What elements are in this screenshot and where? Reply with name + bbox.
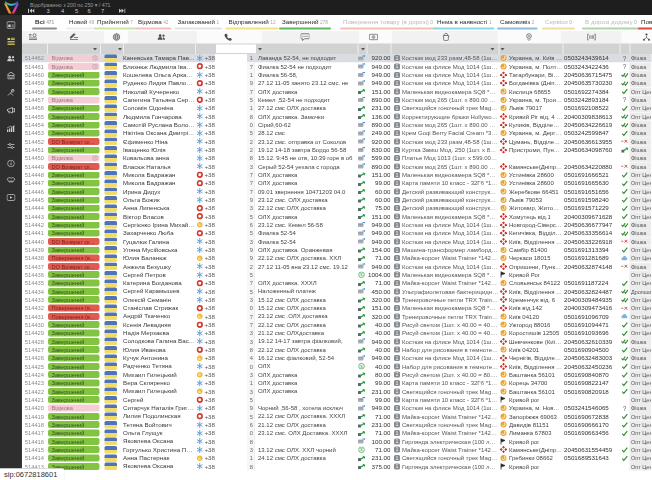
svg-text:$: $ bbox=[360, 272, 363, 277]
svg-text:lc: lc bbox=[198, 223, 201, 227]
svg-text:lc: lc bbox=[198, 256, 201, 260]
svg-text:$: $ bbox=[360, 364, 363, 369]
svg-text:lc: lc bbox=[198, 373, 201, 377]
svg-text:lc: lc bbox=[198, 390, 201, 394]
svg-text:lc: lc bbox=[198, 315, 201, 319]
svg-text:lc: lc bbox=[198, 456, 201, 460]
svg-text:lc: lc bbox=[198, 356, 201, 360]
svg-text:$: $ bbox=[360, 447, 363, 452]
